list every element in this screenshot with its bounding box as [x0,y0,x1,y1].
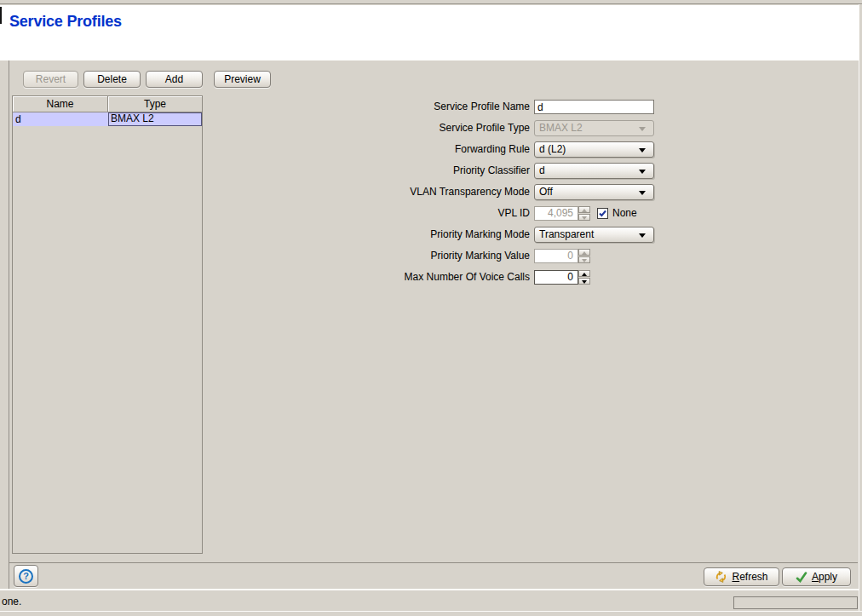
service-profiles-window: Service Profiles Revert Delete Add Previ… [0,0,862,616]
preview-button[interactable]: Preview [214,71,271,88]
max-voice-calls-label: Max Number Of Voice Calls [274,269,530,285]
chevron-down-icon [639,148,646,153]
service-profile-type-dropdown[interactable]: BMAX L2 [534,120,654,136]
apply-button[interactable]: Apply [782,567,851,586]
window-bottom-edge [0,611,862,616]
add-button-label: Add [165,73,183,85]
form-row-priority-classifier: Priority Classifier d [0,163,859,179]
revert-button-label: Revert [36,73,66,85]
form-row-forwarding-rule: Forwarding Rule d (L2) [0,141,859,158]
chevron-down-icon [639,127,646,131]
form-row-max-voice-calls: Max Number Of Voice Calls 0 [0,269,859,285]
form-row-priority-marking-value: Priority Marking Value 0 [0,248,859,264]
panel-bottom-edge [0,589,859,590]
service-profile-type-label: Service Profile Type [274,120,530,136]
status-text: one. [2,596,21,608]
vpl-id-spinner[interactable]: 4,095 [534,206,578,221]
spinner-down-button[interactable] [578,278,590,285]
footer-separator [9,562,858,563]
window-top-edge [0,0,862,4]
delete-button[interactable]: Delete [83,71,141,88]
forwarding-rule-value: d (L2) [539,142,566,157]
vlan-transparency-mode-label: VLAN Transparency Mode [274,184,530,200]
forwarding-rule-dropdown[interactable]: d (L2) [534,141,654,158]
revert-button[interactable]: Revert [23,71,78,88]
form-row-service-profile-name: Service Profile Name [0,99,859,115]
chevron-down-icon [639,170,646,174]
panel-left-border [9,60,9,590]
form-row-service-profile-type: Service Profile Type BMAX L2 [0,120,859,136]
priority-marking-mode-label: Priority Marking Mode [274,227,530,243]
apply-check-icon [796,572,807,583]
delete-button-label: Delete [97,73,127,85]
help-icon: ? [19,569,33,584]
service-profile-name-input[interactable] [534,100,654,114]
spinner-down-button[interactable] [578,214,590,221]
priority-marking-mode-value: Transparent [539,227,594,242]
header-band: Service Profiles [0,5,859,60]
priority-marking-value-spinner[interactable]: 0 [534,249,578,263]
chevron-down-icon [639,233,646,238]
add-button[interactable]: Add [146,71,203,88]
priority-classifier-label: Priority Classifier [274,163,530,179]
progress-bar [733,596,858,609]
apply-button-label: Apply [812,571,837,583]
vpl-id-none-checkbox-label: None [612,205,637,222]
spinner-down-button[interactable] [578,256,590,263]
service-profile-type-value: BMAX L2 [539,121,583,135]
max-voice-calls-spinner[interactable]: 0 [534,270,578,285]
spinner-up-button[interactable] [578,270,590,277]
checkmark-icon [598,209,607,218]
priority-classifier-value: d [539,164,545,178]
vpl-id-label: VPL ID [274,205,530,222]
window-right-edge [859,4,859,611]
left-edge-artifact [0,7,2,24]
help-button[interactable]: ? [14,565,38,587]
service-profile-name-label: Service Profile Name [274,99,530,115]
refresh-icon [715,571,727,583]
vlan-transparency-mode-value: Off [539,185,553,199]
chevron-down-icon [639,191,646,195]
vpl-id-none-checkbox[interactable] [597,208,608,219]
vlan-transparency-mode-dropdown[interactable]: Off [534,184,654,200]
forwarding-rule-label: Forwarding Rule [274,141,530,158]
priority-marking-value-label: Priority Marking Value [274,248,530,264]
preview-button-label: Preview [224,73,261,85]
form-row-vlan-transparency-mode: VLAN Transparency Mode Off [0,184,859,200]
refresh-button-label: Refresh [732,571,767,583]
priority-marking-mode-dropdown[interactable]: Transparent [534,227,654,243]
spinner-up-button[interactable] [578,206,590,213]
form-row-priority-marking-mode: Priority Marking Mode Transparent [0,227,859,243]
spinner-up-button[interactable] [578,249,590,256]
form-row-vpl-id: VPL ID 4,095 None [0,205,859,222]
priority-classifier-dropdown[interactable]: d [534,163,654,179]
refresh-button[interactable]: Refresh [704,567,779,586]
page-title: Service Profiles [9,13,122,31]
